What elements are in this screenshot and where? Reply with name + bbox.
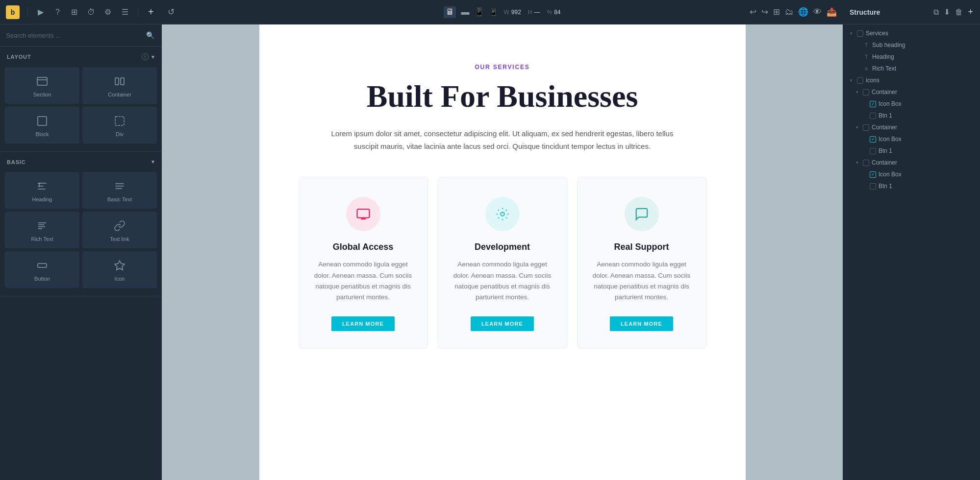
canvas-content: OUR SERVICES Built For Businesses Lorem … (162, 24, 843, 480)
refresh-icon[interactable]: ↺ (168, 7, 175, 17)
tree-container-3[interactable]: ▾ Container (843, 157, 980, 168)
btn1-1-label: Btn 1 (879, 112, 975, 119)
container2-checkbox[interactable] (863, 124, 869, 131)
section-item[interactable]: Section (5, 67, 79, 104)
svg-marker-15 (115, 261, 125, 270)
basic-section-header[interactable]: BASIC ▾ (0, 156, 162, 168)
rich-text-label: Rich Text (31, 236, 53, 242)
btn1-1-checkbox[interactable] (870, 113, 876, 119)
download-icon[interactable]: ⬇ (944, 7, 950, 17)
sub-heading: OUR SERVICES (299, 64, 706, 71)
block-item[interactable]: Block (5, 107, 79, 144)
search-icon[interactable]: 🔍 (144, 29, 156, 41)
menu-icon[interactable]: ☰ (120, 6, 129, 18)
icon-boxes-row: Global Access Aenean commodo ligula egge… (299, 177, 706, 349)
structure-tree: ▾ Services T Sub heading T Heading ≡ Ric… (843, 24, 980, 480)
container-label: Container (108, 92, 131, 97)
icons-checkbox[interactable] (857, 77, 863, 84)
iconbox2-checkbox[interactable] (870, 136, 876, 143)
toolbar-divider-1 (27, 7, 28, 17)
redo-icon[interactable]: ↪ (761, 7, 768, 17)
tree-icon-box-3[interactable]: Icon Box (843, 168, 980, 180)
icon-star-icon (114, 260, 126, 273)
container-item[interactable]: Container (82, 67, 157, 104)
toolbar-divider-2 (138, 7, 138, 17)
card-1-text: Aenean commodo ligula egget dolor. Aenea… (314, 259, 413, 303)
layout-section-label: LAYOUT (7, 54, 31, 60)
history-icon[interactable]: ⏱ (86, 6, 96, 18)
undo-icon[interactable]: ↩ (750, 7, 756, 17)
container3-checkbox[interactable] (863, 160, 869, 166)
zoom-group: % 84 (547, 9, 561, 16)
tree-icon-box-2[interactable]: Icon Box (843, 133, 980, 145)
tablet-portrait-icon[interactable]: 📱 (474, 7, 484, 17)
help-icon[interactable]: ? (52, 6, 62, 18)
rich-text-item[interactable]: Rich Text (5, 212, 79, 248)
button-label: Button (34, 276, 50, 282)
tree-btn1-2[interactable]: Btn 1 (843, 145, 980, 157)
wp-icon[interactable]: 🌐 (798, 7, 808, 17)
learn-more-btn-1[interactable]: LEARN MORE (331, 316, 395, 331)
tree-heading[interactable]: T Heading (843, 51, 980, 63)
button-item[interactable]: Button (5, 251, 79, 288)
container3-chevron: ▾ (854, 160, 860, 165)
div-item[interactable]: Div (82, 107, 157, 144)
rich-text-type-icon: ≡ (863, 66, 870, 72)
mobile-icon[interactable]: 📱 (489, 8, 498, 16)
publish-icon[interactable]: 📤 (827, 7, 837, 17)
card-3-text: Aenean commodo ligula egget dolor. Aenea… (592, 259, 691, 303)
text-link-item[interactable]: Text link (82, 212, 157, 248)
grid-icon[interactable]: ⊞ (70, 6, 79, 18)
add-icon[interactable]: + (146, 6, 156, 18)
h-label: H (528, 9, 532, 16)
iconbox3-checkbox[interactable] (870, 171, 876, 178)
tree-services[interactable]: ▾ Services (843, 27, 980, 39)
brand-logo: b (6, 5, 20, 19)
tree-btn1-3[interactable]: Btn 1 (843, 180, 980, 192)
tablet-landscape-icon[interactable]: ▬ (461, 7, 469, 17)
learn-more-btn-3[interactable]: LEARN MORE (610, 316, 673, 331)
preview-icon[interactable]: 👁 (813, 7, 822, 17)
layout-info-icon[interactable]: i (142, 53, 149, 60)
folder-icon[interactable]: 🗂 (785, 7, 793, 17)
icon-label: Icon (115, 276, 125, 282)
learn-more-btn-2[interactable]: LEARN MORE (471, 316, 534, 331)
icon-circle-1 (346, 197, 380, 231)
btn1-2-checkbox[interactable] (870, 148, 876, 154)
search-input[interactable] (6, 32, 144, 39)
btn1-3-checkbox[interactable] (870, 183, 876, 190)
tree-rich-text[interactable]: ≡ Rich Text (843, 63, 980, 74)
tree-container-2[interactable]: ▾ Container (843, 121, 980, 133)
card-2-title: Development (475, 242, 530, 252)
services-checkbox[interactable] (857, 30, 863, 37)
layout-section-header[interactable]: LAYOUT i ▾ (0, 50, 162, 63)
tree-icon-box-1[interactable]: Icon Box (843, 98, 980, 110)
services-section: OUR SERVICES Built For Businesses Lorem … (299, 54, 706, 359)
canvas-toolbar-center: 🖥 ▬ 📱 📱 (444, 6, 498, 18)
icon-item[interactable]: Icon (82, 251, 157, 288)
icon-circle-3 (625, 197, 659, 231)
container1-checkbox[interactable] (863, 89, 869, 96)
copy-icon[interactable]: ⧉ (933, 8, 939, 17)
main-area: ↺ 🖥 ▬ 📱 📱 W 992 H — % 84 ↩ ↪ ⊞ (162, 0, 843, 480)
zoom-value: 84 (554, 9, 560, 16)
cursor-icon[interactable]: ▶ (36, 6, 46, 18)
container1-label: Container (872, 89, 975, 96)
basic-text-item[interactable]: Basic Text (82, 172, 157, 209)
tree-sub-heading[interactable]: T Sub heading (843, 39, 980, 51)
heading-icon: T (36, 180, 48, 193)
add-node-icon[interactable]: + (968, 7, 973, 17)
heading-item[interactable]: T Heading (5, 172, 79, 209)
icon-box-card-3: Real Support Aenean commodo ligula egget… (577, 177, 706, 349)
canvas-toolbar-right: ↩ ↪ ⊞ 🗂 🌐 👁 📤 (750, 7, 843, 17)
services-chevron: ▾ (848, 31, 854, 36)
tree-btn1-1[interactable]: Btn 1 (843, 110, 980, 121)
grid-view-icon[interactable]: ⊞ (773, 7, 780, 17)
delete-icon[interactable]: 🗑 (955, 8, 963, 17)
tree-container-1[interactable]: ▾ Container (843, 86, 980, 98)
tree-icons[interactable]: ▾ icons (843, 74, 980, 86)
icon-circle-2 (485, 197, 520, 231)
iconbox1-checkbox[interactable] (870, 101, 876, 107)
desktop-icon[interactable]: 🖥 (444, 6, 456, 18)
settings-icon[interactable]: ⚙ (103, 6, 113, 18)
